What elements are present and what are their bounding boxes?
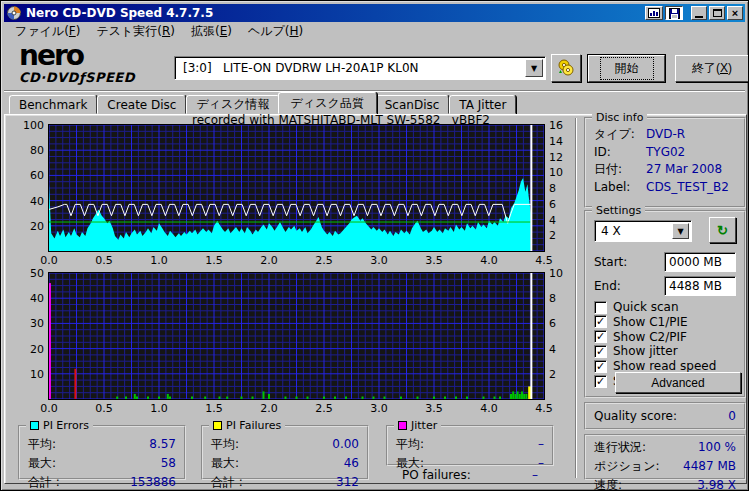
speed-select-value: 4 X [595,221,670,241]
po-failures-label: PO failures: [402,468,471,482]
checkbox-box[interactable] [594,301,607,314]
pi-errors-chart [48,124,545,252]
quality-score-value: 0 [728,409,736,423]
chevron-down-icon[interactable]: ▼ [525,59,543,77]
checkbox-box[interactable]: ✓ [594,375,607,388]
nero-logo: nero CD·DVDƒSPEED [19,42,135,84]
checkbox-show-c1-pie[interactable]: ✓Show C1/PIE [594,315,688,329]
exit-button-label: 終了(X) [692,60,732,77]
discs-icon [556,59,576,77]
tab-1[interactable]: Create Disc [97,95,186,114]
start-button-label: 開始 [600,57,654,80]
legend-color-swatch [213,421,222,430]
settings-title: Settings [592,204,645,217]
checkbox-box[interactable]: ✓ [594,360,607,373]
quality-score-group: Quality score: 0 [584,402,746,430]
checkbox-quick-scan[interactable]: Quick scan [594,300,679,314]
checkbox-box[interactable]: ✓ [594,315,607,328]
progress-group: 進行状況:100 %ポジション:4487 MB速度:3.98 X [584,434,746,480]
title-bar: Nero CD-DVD Speed 4.7.7.5 × [4,4,745,22]
stats-row-0: 平均:8.57 [20,435,184,454]
tab-5[interactable]: TA Jitter [449,95,516,114]
stats-row-1: 最大:58 [20,454,184,473]
legend-color-swatch [398,421,407,430]
legend-title: PI Failures [226,419,281,432]
chevron-down-icon[interactable]: ▼ [672,223,689,239]
quality-score-label: Quality score: [594,409,677,423]
report-icon [648,8,660,18]
tab-4[interactable]: ScanDisc [375,95,450,114]
refresh-icon: ↻ [717,223,728,238]
progress-row-2: 速度:3.98 X [586,476,744,491]
discs-button[interactable] [551,54,581,82]
checkbox-label: Show jitter [613,344,678,358]
po-failures-value: – [532,468,538,482]
tab-0[interactable]: Benchmark [9,95,97,114]
checkbox-box[interactable]: ✓ [594,330,607,343]
progress-row-1: ポジション:4487 MB [586,457,744,476]
app-window: Nero CD-DVD Speed 4.7.7.5 × ファイル(F)テスト実行… [0,0,749,491]
disc-info-row-1: ID:TYG02 [586,144,744,160]
quality-score-row: Quality score: 0 [586,408,744,424]
legend-title: PI Errors [43,419,89,432]
refresh-button[interactable]: ↻ [709,217,736,243]
minimize-button[interactable] [691,6,707,20]
stats-row-2: 合計 :312 [203,473,367,491]
menu-item-3[interactable]: ヘルプ(H) [240,21,311,42]
stats-legend: PI Failures [209,419,285,432]
menu-item-2[interactable]: 拡張(E) [183,21,240,42]
disc-info-title: Disc info [592,111,647,124]
window-title: Nero CD-DVD Speed 4.7.7.5 [23,6,643,20]
disc-info-row-0: タイプ:DVD-R [586,125,744,144]
checkbox-label: Show C2/PIF [613,330,687,344]
drive-select[interactable]: [3:0] LITE-ON DVDRW LH-20A1P KL0N ▼ [174,56,546,80]
end-field-row: End: 4488 MB [594,276,736,296]
tab-3[interactable]: ディスク品質 [278,92,377,114]
stats-legend: PI Errors [26,419,93,432]
start-button[interactable]: 開始 [588,55,665,82]
tab-2[interactable]: ディスク情報 [186,95,279,114]
end-field[interactable]: 4488 MB [664,276,736,296]
toolbar: nero CD·DVDƒSPEED [3:0] LITE-ON DVDRW LH… [4,41,745,91]
start-field-label: Start: [594,255,627,269]
stats-row-1: 最大:46 [203,454,367,473]
stats-legend: Jitter [394,419,441,432]
close-button[interactable]: × [727,6,743,20]
disc-info-group: Disc info タイプ:DVD-RID:TYG02日付:27 Mar 200… [584,117,746,208]
minimize-icon [695,16,703,18]
po-failures-row: PO failures: – [394,467,546,483]
maximize-button[interactable] [709,6,725,20]
stats-row-0: 平均:0.00 [203,435,367,454]
close-icon: × [732,8,738,19]
drive-select-value: [3:0] LITE-ON DVDRW LH-20A1P KL0N [175,57,523,79]
vertical-separator [575,118,577,478]
disc-info-row-3: Label:CDS_TEST_B2 [586,179,744,195]
checkbox-box[interactable]: ✓ [594,345,607,358]
jitter-stats-group: Jitter平均:–最大:– [386,425,554,466]
advanced-button[interactable]: Advanced [615,372,741,393]
disc-info-row-2: 日付:27 Mar 2008 [586,160,744,179]
speed-select[interactable]: 4 X ▼ [594,220,692,242]
progress-row-0: 進行状況:100 % [586,438,744,457]
legend-color-swatch [30,421,39,430]
menu-item-1[interactable]: テスト実行(R) [88,21,183,42]
pi-errors-stats-group: PI Errors平均:8.57最大:58合計 :153886 [18,425,186,480]
start-field-row: Start: 0000 MB [594,252,736,272]
start-field[interactable]: 0000 MB [664,252,736,272]
settings-group: Settings 4 X ▼ ↻ Start: 0000 MB End: 448… [584,210,746,398]
stats-row-2: 合計 :153886 [20,473,184,491]
checkbox-label: Quick scan [613,300,679,314]
stats-row-0: 平均:– [388,435,552,454]
save-icon [669,8,680,19]
checkbox-show-jitter[interactable]: ✓Show jitter [594,344,678,358]
exit-button[interactable]: 終了(X) [675,55,749,82]
maximize-icon [713,9,722,17]
pi-failures-stats-group: PI Failures平均:0.00最大:46合計 :312 [201,425,369,480]
app-icon [7,6,21,20]
save-button[interactable] [665,6,683,20]
report-button[interactable] [645,6,663,20]
end-field-label: End: [594,279,621,293]
checkbox-show-c2-pif[interactable]: ✓Show C2/PIF [594,330,687,344]
checkbox-label: Show C1/PIE [613,315,688,329]
cd-dvd-speed-text: CD·DVDƒSPEED [19,71,135,84]
